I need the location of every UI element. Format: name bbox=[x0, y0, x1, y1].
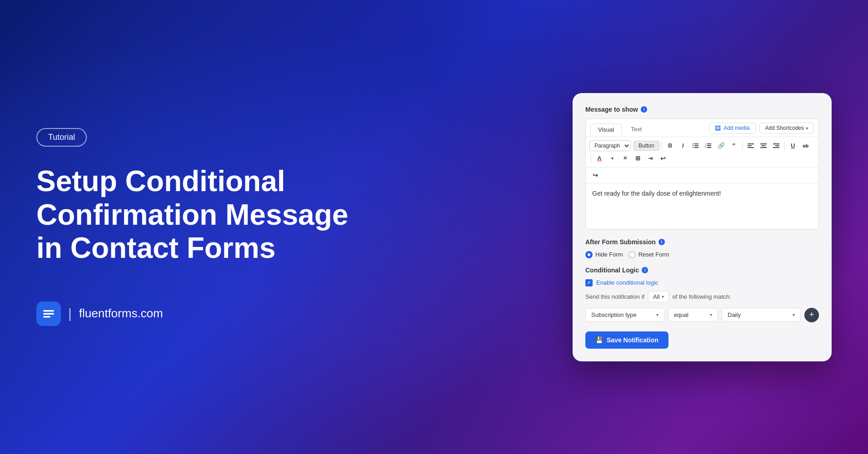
svg-rect-13 bbox=[707, 147, 711, 148]
svg-rect-19 bbox=[761, 145, 765, 146]
strikethrough-button[interactable]: ab bbox=[800, 140, 812, 152]
button-btn[interactable]: Button bbox=[634, 141, 659, 151]
editor-content-area[interactable]: Get ready for the daily dose of enlighte… bbox=[586, 183, 818, 229]
add-media-button[interactable]: 🖼 Add media bbox=[709, 123, 755, 134]
redo-button[interactable]: ↪ bbox=[589, 169, 601, 181]
after-submission-section: After Form Submission i Hide Form Reset … bbox=[585, 238, 819, 258]
underline-button[interactable]: U bbox=[787, 140, 799, 152]
divider4 bbox=[591, 154, 591, 163]
image-icon: 🖼 bbox=[715, 125, 721, 132]
chevron-color-icon[interactable]: ▾ bbox=[606, 153, 618, 164]
tab-visual[interactable]: Visual bbox=[590, 123, 622, 136]
undo-button[interactable]: ↩ bbox=[657, 153, 669, 164]
indent-button[interactable]: ⇥ bbox=[644, 153, 656, 164]
conditional-logic-label: Conditional Logic i bbox=[585, 266, 819, 274]
brand-row: | fluentforms.com bbox=[36, 301, 354, 326]
hide-form-radio-circle bbox=[585, 251, 593, 258]
divider2 bbox=[742, 141, 743, 150]
enable-conditional-label[interactable]: Enable conditional logic bbox=[596, 279, 658, 286]
radio-group: Hide Form Reset Form bbox=[585, 251, 819, 258]
save-icon: 💾 bbox=[595, 336, 603, 344]
svg-rect-3 bbox=[694, 143, 698, 144]
quote-button[interactable]: " bbox=[728, 140, 740, 152]
after-submission-info-icon: i bbox=[658, 239, 665, 245]
align-right-button[interactable] bbox=[770, 140, 782, 152]
card: Message to show i Visual Text 🖼 Add medi… bbox=[573, 93, 832, 361]
italic-button[interactable]: I bbox=[677, 140, 689, 152]
svg-rect-5 bbox=[694, 145, 698, 146]
tutorial-badge: Tutorial bbox=[36, 128, 87, 147]
after-submission-label: After Form Submission i bbox=[585, 238, 819, 246]
reset-form-radio[interactable]: Reset Form bbox=[629, 251, 669, 258]
table-button[interactable]: ⊞ bbox=[632, 153, 644, 164]
editor-actions: 🖼 Add media Add Shortcodes ▾ bbox=[709, 123, 814, 137]
toolbar-row1: Paragraph Button B I 123 🔗 " bbox=[586, 137, 818, 168]
editor-text: Get ready for the daily dose of enlighte… bbox=[592, 190, 721, 197]
editor-tabs: Visual Text 🖼 Add media Add Shortcodes ▾ bbox=[586, 119, 818, 137]
left-panel: Tutorial Setup Conditional Confirmation … bbox=[36, 128, 354, 326]
toolbar-row2: ↪ bbox=[586, 168, 818, 183]
svg-rect-11 bbox=[707, 145, 711, 146]
svg-text:3: 3 bbox=[705, 146, 707, 148]
checkbox-row: ✓ Enable conditional logic bbox=[585, 279, 819, 286]
svg-rect-17 bbox=[748, 147, 754, 148]
format-select[interactable]: Paragraph bbox=[589, 140, 631, 151]
align-left-button[interactable] bbox=[745, 140, 757, 152]
message-label: Message to show i bbox=[585, 106, 819, 113]
condition-field-select[interactable]: Subscription type ▾ bbox=[585, 308, 664, 322]
condition-value-select[interactable]: Daily ▾ bbox=[722, 308, 801, 322]
hide-form-radio[interactable]: Hide Form bbox=[585, 251, 623, 258]
all-dropdown-chevron: ▾ bbox=[662, 294, 664, 299]
color-button[interactable]: A bbox=[594, 153, 605, 164]
background: Tutorial Setup Conditional Confirmation … bbox=[0, 0, 868, 454]
svg-rect-22 bbox=[775, 145, 779, 146]
condition-field-chevron: ▾ bbox=[656, 312, 658, 317]
tab-text[interactable]: Text bbox=[624, 123, 649, 136]
enable-conditional-checkbox[interactable]: ✓ bbox=[585, 279, 593, 286]
reset-form-radio-circle bbox=[629, 251, 636, 258]
condition-operator-select[interactable]: equal ▾ bbox=[668, 308, 718, 322]
svg-rect-18 bbox=[760, 143, 767, 144]
svg-rect-23 bbox=[773, 147, 779, 148]
right-panel: Message to show i Visual Text 🖼 Add medi… bbox=[573, 93, 832, 361]
condition-row: Subscription type ▾ equal ▾ Daily ▾ + bbox=[585, 308, 819, 322]
svg-rect-1 bbox=[43, 313, 54, 315]
chevron-down-icon: ▾ bbox=[806, 126, 808, 131]
brand-divider: | bbox=[68, 306, 72, 321]
svg-rect-16 bbox=[748, 145, 752, 146]
conditional-section: Conditional Logic i ✓ Enable conditional… bbox=[585, 266, 819, 322]
tab-group: Visual Text bbox=[590, 123, 649, 136]
ordered-list-button[interactable]: 123 bbox=[703, 140, 714, 152]
clear-format-button[interactable]: ✕ bbox=[619, 153, 631, 164]
divider1 bbox=[662, 141, 662, 150]
svg-rect-15 bbox=[748, 143, 754, 144]
svg-rect-2 bbox=[43, 316, 50, 318]
condition-operator-chevron: ▾ bbox=[710, 312, 712, 317]
bold-button[interactable]: B bbox=[664, 140, 676, 152]
align-center-button[interactable] bbox=[758, 140, 769, 152]
svg-rect-4 bbox=[693, 143, 693, 144]
svg-rect-20 bbox=[760, 147, 767, 148]
editor-container: Visual Text 🖼 Add media Add Shortcodes ▾ bbox=[585, 118, 819, 229]
condition-text-row: Send this notification if All ▾ of the f… bbox=[585, 291, 819, 302]
conditional-info-icon: i bbox=[642, 267, 648, 273]
condition-value-chevron: ▾ bbox=[793, 312, 795, 317]
svg-rect-6 bbox=[693, 145, 693, 146]
brand-icon bbox=[36, 301, 61, 326]
svg-rect-21 bbox=[773, 143, 779, 144]
save-notification-button[interactable]: 💾 Save Notification bbox=[585, 331, 668, 349]
main-title: Setup Conditional Confirmation Message i… bbox=[36, 165, 354, 265]
svg-rect-8 bbox=[693, 147, 693, 148]
unordered-list-button[interactable] bbox=[690, 140, 702, 152]
all-dropdown[interactable]: All ▾ bbox=[648, 291, 668, 302]
divider3 bbox=[784, 141, 785, 150]
brand-name: fluentforms.com bbox=[79, 306, 163, 321]
add-condition-button[interactable]: + bbox=[804, 308, 819, 322]
add-shortcodes-button[interactable]: Add Shortcodes ▾ bbox=[759, 123, 814, 133]
svg-rect-0 bbox=[43, 310, 54, 312]
svg-rect-9 bbox=[707, 143, 711, 144]
svg-rect-7 bbox=[694, 147, 698, 148]
info-icon: i bbox=[641, 106, 647, 113]
link-button[interactable]: 🔗 bbox=[715, 140, 727, 152]
